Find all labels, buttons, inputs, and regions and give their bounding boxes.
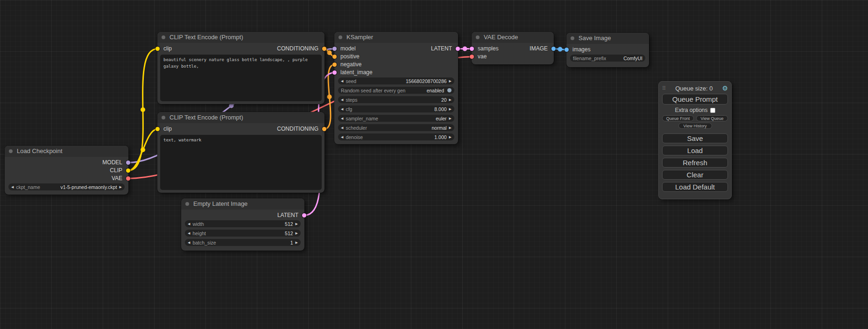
collapse-toggle-icon[interactable] <box>476 35 480 39</box>
toggle-knob-icon[interactable] <box>447 88 452 92</box>
slot-vae: vae <box>472 53 554 61</box>
collapse-toggle-icon[interactable] <box>162 35 165 39</box>
input-label-negative: negative <box>340 61 361 69</box>
node-clip-text-encode-positive[interactable]: CLIP Text Encode (Prompt) clip CONDITION… <box>157 32 325 104</box>
node-save-image[interactable]: Save Image images filename_prefix ComfyU… <box>566 33 649 67</box>
increment-arrow-icon[interactable]: ▶ <box>449 133 452 140</box>
decrement-arrow-icon[interactable]: ◀ <box>341 77 343 84</box>
latent-image-input-port[interactable] <box>332 70 337 75</box>
widget-value: euler <box>436 116 446 121</box>
vae-output-port[interactable] <box>126 176 130 181</box>
queue-front-button[interactable]: Queue Front <box>662 115 694 121</box>
increment-arrow-icon[interactable]: ▶ <box>296 230 298 237</box>
input-label-clip: clip <box>163 125 172 133</box>
images-input-port[interactable] <box>565 48 569 52</box>
increment-arrow-icon[interactable]: ▶ <box>449 124 452 131</box>
node-title-bar[interactable]: CLIP Text Encode (Prompt) <box>157 32 325 43</box>
increment-arrow-icon[interactable]: ▶ <box>449 77 452 84</box>
image-output-port[interactable] <box>551 47 556 51</box>
node-ksampler[interactable]: KSampler model LATENT positive negative … <box>334 32 458 144</box>
decrement-arrow-icon[interactable]: ◀ <box>188 230 190 237</box>
widget-value: enabled <box>427 88 444 93</box>
clip-input-port[interactable] <box>155 127 160 131</box>
samples-input-port[interactable] <box>470 47 474 51</box>
conditioning-output-port[interactable] <box>322 47 326 51</box>
widget-value: 156680208700286 <box>406 78 447 84</box>
output-label-latent: LATENT <box>431 45 452 53</box>
drag-handle-icon[interactable]: ⠿ <box>662 85 666 91</box>
load-default-button[interactable]: Load Default <box>662 182 728 192</box>
refresh-button[interactable]: Refresh <box>662 158 728 168</box>
node-title-bar[interactable]: Load Checkpoint <box>5 146 128 157</box>
increment-arrow-icon[interactable]: ▶ <box>449 115 452 122</box>
denoise-widget[interactable]: ◀ denoise 1.000 ▶ <box>338 133 454 140</box>
save-button[interactable]: Save <box>662 133 728 143</box>
view-history-button[interactable]: View History <box>678 123 712 129</box>
load-button[interactable]: Load <box>662 146 728 155</box>
collapse-toggle-icon[interactable] <box>162 116 165 119</box>
widget-value: 8.000 <box>434 106 446 112</box>
node-empty-latent-image[interactable]: Empty Latent Image LATENT ◀ width 512 ▶ … <box>181 198 304 251</box>
collapse-toggle-icon[interactable] <box>185 202 189 206</box>
slot-model-latent: model LATENT <box>334 45 458 53</box>
decrement-arrow-icon[interactable]: ◀ <box>341 105 343 112</box>
extra-options-checkbox[interactable] <box>710 108 715 113</box>
sampler-name-widget[interactable]: ◀ sampler_name euler ▶ <box>338 115 454 122</box>
conditioning-output-port[interactable] <box>322 127 326 131</box>
node-title-bar[interactable]: Empty Latent Image <box>181 198 304 210</box>
random-seed-widget[interactable]: Random seed after every gen enabled <box>338 87 454 94</box>
node-title-bar[interactable]: VAE Decode <box>472 32 554 43</box>
collapse-toggle-icon[interactable] <box>339 35 342 39</box>
decrement-arrow-icon[interactable]: ◀ <box>341 124 343 131</box>
node-graph-canvas[interactable]: Load Checkpoint MODEL CLIP VAE ◀ ckpt_na… <box>0 0 868 329</box>
node-title-bar[interactable]: KSampler <box>334 32 458 43</box>
latent-output-port[interactable] <box>456 47 460 51</box>
filename-prefix-widget[interactable]: filename_prefix ComfyUI <box>570 55 645 62</box>
latent-output-port[interactable] <box>302 213 306 217</box>
collapse-toggle-icon[interactable] <box>9 149 13 153</box>
widget-value: normal <box>432 125 447 131</box>
positive-input-port[interactable] <box>332 55 337 59</box>
width-widget[interactable]: ◀ width 512 ▶ <box>185 220 301 227</box>
increment-arrow-icon[interactable]: ▶ <box>296 220 298 227</box>
clear-button[interactable]: Clear <box>662 170 728 180</box>
node-title-bar[interactable]: Save Image <box>566 33 649 44</box>
prompt-textarea[interactable]: beautiful scenery nature glass bottle la… <box>160 55 322 101</box>
widget-label: width <box>192 221 204 227</box>
cfg-widget[interactable]: ◀ cfg 8.000 ▶ <box>338 105 454 112</box>
node-load-checkpoint[interactable]: Load Checkpoint MODEL CLIP VAE ◀ ckpt_na… <box>5 146 128 195</box>
model-output-port[interactable] <box>126 161 130 165</box>
decrement-arrow-icon[interactable]: ◀ <box>188 220 190 227</box>
seed-widget[interactable]: ◀ seed 156680208700286 ▶ <box>338 77 454 84</box>
decrement-arrow-icon[interactable]: ◀ <box>341 115 343 122</box>
collapse-toggle-icon[interactable] <box>571 36 574 40</box>
settings-gear-icon[interactable]: ⚙ <box>722 84 728 92</box>
scheduler-widget[interactable]: ◀ scheduler normal ▶ <box>338 124 454 131</box>
ckpt-name-widget[interactable]: ◀ ckpt_name v1-5-pruned-emaonly.ckpt ▶ <box>8 183 125 190</box>
queue-prompt-button[interactable]: Queue Prompt <box>662 94 728 105</box>
increment-arrow-icon[interactable]: ▶ <box>296 239 298 246</box>
widget-label: cfg <box>346 106 352 112</box>
increment-arrow-icon[interactable]: ▶ <box>449 105 452 112</box>
view-queue-button[interactable]: View Queue <box>696 115 728 121</box>
decrement-arrow-icon[interactable]: ◀ <box>11 183 14 190</box>
node-clip-text-encode-negative[interactable]: CLIP Text Encode (Prompt) clip CONDITION… <box>157 112 325 193</box>
slot-model: MODEL <box>5 159 128 167</box>
widget-value: 1.000 <box>434 134 446 140</box>
increment-arrow-icon[interactable]: ▶ <box>449 96 452 103</box>
prompt-textarea[interactable]: text, watermark <box>160 135 322 190</box>
vae-input-port[interactable] <box>470 55 474 59</box>
increment-arrow-icon[interactable]: ▶ <box>120 183 122 190</box>
decrement-arrow-icon[interactable]: ◀ <box>341 133 343 140</box>
decrement-arrow-icon[interactable]: ◀ <box>188 239 190 246</box>
steps-widget[interactable]: ◀ steps 20 ▶ <box>338 96 454 103</box>
decrement-arrow-icon[interactable]: ◀ <box>341 96 343 103</box>
node-title-bar[interactable]: CLIP Text Encode (Prompt) <box>157 112 325 123</box>
batch-size-widget[interactable]: ◀ batch_size 1 ▶ <box>185 239 301 246</box>
node-vae-decode[interactable]: VAE Decode samples IMAGE vae <box>472 32 554 64</box>
model-input-port[interactable] <box>332 47 337 51</box>
negative-input-port[interactable] <box>332 63 337 67</box>
clip-output-port[interactable] <box>126 168 130 173</box>
clip-input-port[interactable] <box>155 47 160 51</box>
height-widget[interactable]: ◀ height 512 ▶ <box>185 230 301 237</box>
